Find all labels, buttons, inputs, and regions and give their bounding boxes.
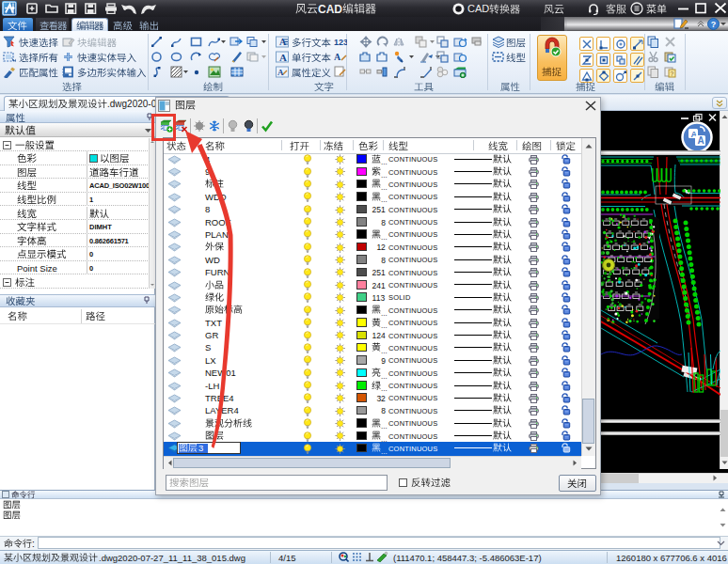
svg-text:A: A [334, 52, 341, 62]
svg-text:?: ? [711, 20, 717, 29]
svg-text:?: ? [671, 70, 674, 77]
svg-text:123: 123 [334, 38, 347, 47]
svg-text:A: A [277, 68, 284, 77]
svg-text:A: A [698, 135, 704, 146]
svg-text:A: A [279, 52, 287, 63]
